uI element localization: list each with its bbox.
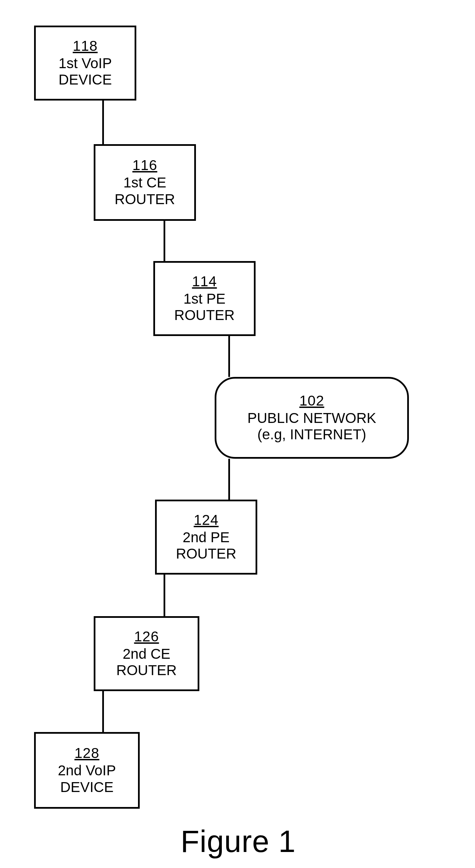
node-128: 128 2nd VoIPDEVICE (34, 732, 140, 809)
edge-124-126 (164, 575, 165, 616)
node-114-ref: 114 (192, 274, 217, 289)
node-124: 124 2nd PEROUTER (155, 500, 257, 575)
edge-114-102 (228, 336, 230, 377)
node-126-label: 2nd CEROUTER (116, 646, 177, 679)
node-102-label: PUBLIC NETWORK(e.g, INTERNET) (247, 410, 376, 443)
node-126-ref: 126 (134, 629, 159, 644)
edge-126-128 (102, 691, 104, 732)
node-118-ref: 118 (73, 38, 97, 54)
node-118: 118 1st VoIPDEVICE (34, 26, 136, 101)
node-124-ref: 124 (194, 512, 218, 528)
edge-102-124 (228, 459, 230, 500)
edge-116-114 (164, 221, 165, 261)
node-118-label: 1st VoIPDEVICE (59, 55, 112, 88)
node-102-ref: 102 (299, 393, 324, 409)
edge-118-116 (102, 101, 104, 144)
node-116-ref: 116 (132, 157, 157, 173)
node-116-label: 1st CEROUTER (114, 174, 175, 208)
node-128-ref: 128 (74, 745, 99, 761)
node-128-label: 2nd VoIPDEVICE (58, 762, 116, 795)
node-114: 114 1st PEROUTER (153, 261, 256, 336)
node-102: 102 PUBLIC NETWORK(e.g, INTERNET) (215, 377, 409, 459)
node-124-label: 2nd PEROUTER (176, 529, 236, 562)
diagram-canvas: 118 1st VoIPDEVICE 116 1st CEROUTER 114 … (0, 0, 475, 868)
node-126: 126 2nd CEROUTER (94, 616, 199, 691)
figure-caption: Figure 1 (181, 824, 296, 859)
node-114-label: 1st PEROUTER (174, 291, 234, 324)
node-116: 116 1st CEROUTER (94, 144, 196, 221)
